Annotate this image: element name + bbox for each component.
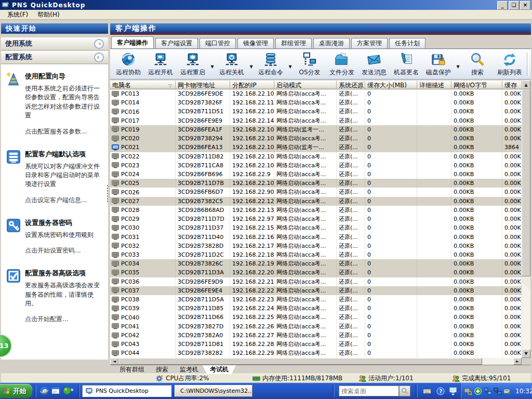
table-row[interactable]: PC0383CD92B711D5A192.168.22.23网络启动(acca考… <box>110 295 522 304</box>
remote-command-button[interactable]: 远程命令 <box>255 49 287 79</box>
table-row[interactable]: PC0393CD92B711D85192.168.22.24网络启动(acca考… <box>110 304 522 313</box>
sidebar-item-link-client-defaults[interactable]: 点击设定客户端信息... <box>25 196 103 205</box>
show-desktop-button[interactable] <box>448 386 458 396</box>
rename-machine-button[interactable]: 机器更名 <box>390 49 422 79</box>
table-row[interactable]: PC0323CD92B73828D192.168.22.17网络启动(acca考… <box>110 242 522 250</box>
search-input[interactable] <box>339 385 399 396</box>
table-row[interactable]: PC0373CD92B6FE9E4192.168.22.22网络启动(acca考… <box>110 286 522 295</box>
tray-tray-net2-icon[interactable] <box>494 387 502 395</box>
tray-tray-pc-icon[interactable] <box>464 387 472 395</box>
table-row[interactable]: PC0193CD92B6FEA1F192.168.22.104网络启动(监考一.… <box>110 125 522 134</box>
table-row[interactable]: PC0173CD92B6FE9E9192.168.22.14网络启动(acca考… <box>110 116 522 125</box>
scroll-left-arrow-icon[interactable]: ◄ <box>110 358 118 365</box>
remote-restart-dropdown-arrow-icon[interactable]: ▼ <box>209 49 216 79</box>
table-row[interactable]: PC0423CD92B7382A0192.168.22.27网络启动(acca考… <box>110 331 522 340</box>
column-header-1[interactable]: 网卡物理地址 <box>176 81 230 89</box>
table-row[interactable]: PC0403CD92B711D66192.168.22.25网络启动(acca考… <box>110 313 522 322</box>
splitter-handle[interactable] <box>107 184 109 202</box>
remote-assist-button[interactable]: 远程协助 <box>112 49 144 79</box>
minimize-button[interactable]: _ <box>497 1 508 10</box>
chevron-up-icon[interactable]: » <box>94 52 104 62</box>
table-row[interactable]: PC0333CD92B711D2C192.168.22.18网络启动(acca考… <box>110 250 522 259</box>
table-row[interactable]: PC0243CD92B6FB696192.168.22.9网络启动(acca考.… <box>110 170 522 179</box>
table-row[interactable]: PC0343CD92B73826C192.168.22.19网络启动(acca考… <box>110 259 522 268</box>
scroll-up-arrow-icon[interactable]: ▲ <box>522 81 530 89</box>
group-tab-exam-machines[interactable]: 考试机 <box>203 365 236 374</box>
search-go-button[interactable] <box>399 385 410 396</box>
table-row[interactable]: PC0203CD92B738294192.168.22.105网络启动(acca… <box>110 134 522 143</box>
tab-plan-mgmt[interactable]: 方案管理 <box>351 38 388 48</box>
quicklaunch-browser-icon[interactable] <box>39 386 49 395</box>
search-button[interactable]: 搜索 <box>461 49 494 79</box>
pns-quickdesktop-task[interactable]: PNS QuickDesktop <box>82 385 171 397</box>
close-button[interactable]: × <box>520 1 530 10</box>
column-header-4[interactable]: 系统还原 <box>337 81 365 89</box>
remote-shutdown-dropdown-arrow-icon[interactable]: ▼ <box>248 49 255 79</box>
tab-image-mgmt[interactable]: 镜像管理 <box>237 38 274 48</box>
menu-item-system[interactable]: 系统(F) <box>3 10 32 20</box>
tray-tray-drive-icon[interactable] <box>503 387 512 395</box>
os-deploy-button[interactable]: OS分发 <box>294 49 326 79</box>
column-header-3[interactable]: 启动模式 <box>274 81 337 89</box>
table-row[interactable]: PC0273CD92B7382C5192.168.22.12网络启动(acca考… <box>110 197 522 206</box>
help-button[interactable] <box>435 386 446 396</box>
table-row[interactable]: PC0303CD92B711D37192.168.22.15网络启动(acca考… <box>110 223 522 232</box>
column-header-0[interactable]: 电脑名▽ <box>110 81 176 89</box>
group-tab-all-groups[interactable]: 所有群组 <box>112 365 152 374</box>
column-header-7[interactable]: 网络I/O字节 <box>451 81 502 89</box>
table-row[interactable]: PC0293CD92B711D7D192.168.22.97网络启动(acca考… <box>110 215 522 223</box>
tab-port-control[interactable]: 端口管控 <box>200 38 236 48</box>
column-header-5[interactable]: 缓存大小(MB) <box>365 81 417 89</box>
quicklaunch-sphere-icon[interactable] <box>62 386 72 395</box>
tab-client-ops[interactable]: 客户端操作 <box>111 36 154 48</box>
group-tab-proctor-machines[interactable]: 监考机 <box>172 365 206 374</box>
remote-command-dropdown-arrow-icon[interactable]: ▼ <box>287 49 294 79</box>
restore-button[interactable]: ❏ <box>509 1 519 10</box>
menu-item-help[interactable]: 帮助(H) <box>33 10 63 20</box>
start-button[interactable]: 开始 <box>0 384 32 398</box>
quicklaunch-window-icon[interactable] <box>51 386 60 395</box>
sidebar-item-link-config-wizard[interactable]: 点击配置服务器参数... <box>25 127 103 136</box>
table-row[interactable]: PC0263CD92B6FB6D7192.168.22.90网络启动(acca考… <box>110 188 522 196</box>
sidebar-section-use-system[interactable]: 使用系统 » <box>1 37 108 50</box>
table-row[interactable]: PC0253CD92B711D7B192.168.22.10网络启动(acca考… <box>110 179 522 188</box>
group-tab-search[interactable]: 搜索 <box>149 365 176 374</box>
tray-tray-net1-icon[interactable] <box>484 387 492 395</box>
table-row[interactable]: PC0283CD92B6B68AD192.168.22.13网络启动(acca考… <box>110 206 522 215</box>
table-row[interactable]: PC0133CD92B6FE9DE192.168.22.109网络启动(acca… <box>110 89 522 98</box>
disk-protect-button[interactable]: 磁盘保护 <box>422 49 455 79</box>
input-method-button[interactable] <box>422 386 432 396</box>
column-header-6[interactable]: 详细描述 <box>417 81 451 89</box>
table-row[interactable]: PC0443CD92B738282192.168.22.29网络启动(acca考… <box>110 349 522 357</box>
table-row[interactable]: PC0233CD92B711CA8192.168.22.108网络启动(acca… <box>110 161 522 170</box>
horizontal-scrollbar-thumb[interactable] <box>118 358 482 365</box>
sidebar-item-link-server-password[interactable]: 点击开始设置密码... <box>25 246 103 255</box>
table-row[interactable]: PC0143CD92B73826F192.168.22.112网络启动(acca… <box>110 98 522 107</box>
tab-task-schedule[interactable]: 任务计划 <box>389 38 425 48</box>
disk-protect-dropdown-arrow-icon[interactable]: ▼ <box>455 49 461 79</box>
table-row[interactable]: PC0353CD92B711D3A192.168.22.20网络启动(acca考… <box>110 268 522 277</box>
vertical-scrollbar-thumb[interactable] <box>522 89 530 276</box>
tab-desktop-roam[interactable]: 桌面漫游 <box>313 38 350 48</box>
table-row[interactable]: PC0163CD92B711D51192.168.22.102网络启动(acca… <box>110 107 522 116</box>
column-header-8[interactable]: 缓存 <box>502 81 522 89</box>
sidebar-item-link-server-advanced[interactable]: 点击开始配置... <box>25 315 103 324</box>
tab-client-settings[interactable]: 客户端设置 <box>155 38 198 48</box>
remote-shutdown-button[interactable]: 远程关机 <box>216 49 248 79</box>
remote-poweron-button[interactable]: 远程开机 <box>144 49 177 79</box>
cmd-task[interactable]: C:\WINDOWS\system32... <box>175 385 252 397</box>
table-row[interactable]: PC0223CD92B711D82192.168.22.107网络启动(acca… <box>110 152 522 161</box>
remote-restart-button[interactable]: 远程重启 <box>177 49 209 79</box>
tray-tray-plus-icon[interactable] <box>474 387 482 395</box>
table-row[interactable]: PC0413CD92B73827D192.168.22.26网络启动(acca考… <box>110 322 522 331</box>
table-row[interactable]: PC0363CD92B6FE9D9192.168.22.21网络启动(acca考… <box>110 277 522 286</box>
table-row[interactable]: PC0313CD92B711D40192.168.22.16网络启动(acca考… <box>110 233 522 242</box>
file-distribute-button[interactable]: 文件分发 <box>326 49 358 79</box>
table-row[interactable]: PC0213CD92B6FEA13192.168.22.106网络启动(监考一.… <box>110 143 522 152</box>
send-message-button[interactable]: 发送消息 <box>358 49 390 79</box>
chevron-down-icon[interactable]: » <box>94 39 104 49</box>
table-row[interactable]: PC0433CD92B711D81192.168.22.28网络启动(acca考… <box>110 340 522 349</box>
refresh-list-button[interactable]: 刷新列表 <box>494 49 526 79</box>
sidebar-section-config-system[interactable]: 配置系统 » <box>1 51 108 64</box>
scroll-down-arrow-icon[interactable]: ▼ <box>522 349 530 358</box>
